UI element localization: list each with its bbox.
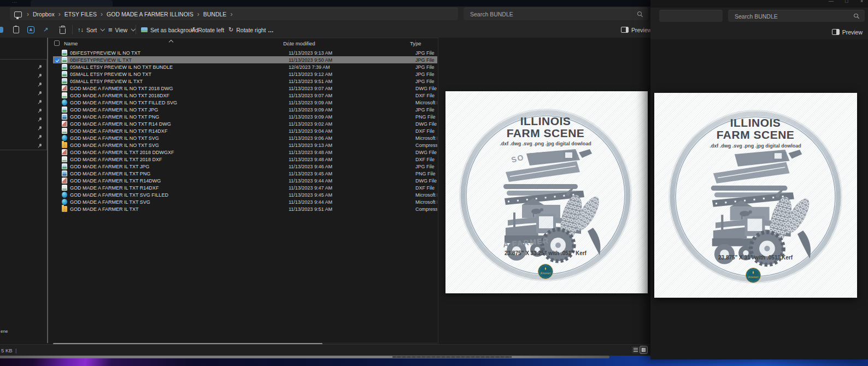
column-divider[interactable] <box>289 40 289 46</box>
background-text-fragment: ene <box>1 329 8 334</box>
file-date: 11/13/2023 9:51 AM <box>289 79 415 84</box>
breadcrumb[interactable]: › Dropbox › ETSY FILES › GOD MADE A FARM… <box>10 8 458 20</box>
large-icons-view-button[interactable] <box>640 346 647 353</box>
second-window-address-bar <box>650 8 868 24</box>
file-type: JPG File <box>415 164 437 169</box>
table-row[interactable]: 0BIFESTYPREVIEW IL TXT 11/13/2023 9:50 A… <box>53 56 437 63</box>
file-name: GOD MADE A FARMER IL TXT <box>70 206 289 212</box>
file-name: 0BIFESTYPREVIEW IL TXT <box>70 57 289 63</box>
file-type: DXF File <box>415 185 437 191</box>
column-header-type[interactable]: Type <box>410 40 437 46</box>
table-row[interactable]: 0SMALL ETSY PREVIEW IL NO TXT 11/13/2023… <box>53 70 437 78</box>
status-bar: 5 KB | <box>0 344 650 356</box>
close-button[interactable]: × <box>860 0 863 4</box>
file-date: 11/13/2023 9:44 AM <box>289 178 415 184</box>
preview-pane: ILLINOIS FARM SCENE .dxf .dwg .svg .png … <box>438 38 650 344</box>
rotate-right-icon: ↻ <box>228 27 233 33</box>
breadcrumb-item-etsy-files[interactable]: ETSY FILES <box>64 11 97 17</box>
file-type: JPG File <box>415 79 437 84</box>
file-icon <box>62 156 67 162</box>
file-date: 11/13/2023 9:07 AM <box>289 86 415 91</box>
paste-button[interactable] <box>13 22 19 38</box>
second-window-search-box[interactable] <box>728 10 865 22</box>
nav-pane-scrollbar[interactable] <box>47 38 48 343</box>
file-type: DWG File <box>415 121 437 127</box>
view-button[interactable]: ≡ View <box>108 22 135 38</box>
file-name: GOD MADE A FARMER IL NO TXT PNG <box>70 114 289 120</box>
table-row[interactable]: GOD MADE A FARMER IL TXT SVG 11/13/2023 … <box>53 198 437 205</box>
table-row[interactable]: 0SMALL ETSY PREVIEW IL TXT 11/13/2023 9:… <box>53 78 437 85</box>
status-size-fragment: 5 KB | <box>1 347 16 353</box>
table-row[interactable]: GOD MADE A FARMER IL TXT 2018 DXF 11/13/… <box>53 156 437 163</box>
table-row[interactable]: GOD MADE A FARMER IL NO TXT JPG 11/13/20… <box>53 106 437 113</box>
more-options-button[interactable]: … <box>268 22 274 38</box>
second-window-search-input[interactable] <box>734 13 854 20</box>
table-row[interactable]: GOD MADE A FARMER IL NO TXT 2018 DWG 11/… <box>53 85 437 92</box>
details-view-icon <box>634 348 638 352</box>
table-row[interactable]: GOD MADE A FARMER IL TXT JPG 11/13/2023 … <box>53 163 437 170</box>
file-type: DXF File <box>415 93 437 98</box>
maximize-button[interactable]: □ <box>845 0 848 4</box>
column-divider[interactable] <box>415 40 416 46</box>
preview-toggle[interactable]: Preview <box>621 22 652 38</box>
table-row[interactable]: 0BIFESTYPREVIEW IL NO TXT 11/13/2023 9:1… <box>53 49 437 56</box>
table-row[interactable]: GOD MADE A FARMER IL NO TXT FILLED SVG 1… <box>53 99 437 106</box>
file-type: Microsoft E <box>415 100 437 105</box>
rotate-right-button[interactable]: ↻ Rotate right <box>228 22 266 38</box>
table-row[interactable]: GOD MADE A FARMER IL NO TXT PNG 11/13/20… <box>53 113 437 120</box>
file-type: PNG File <box>415 114 437 120</box>
column-header-name[interactable]: Name <box>64 40 283 46</box>
chevron-down-icon <box>101 27 105 31</box>
active-tab[interactable] <box>31 0 113 7</box>
set-as-background-button[interactable]: Set as background <box>141 22 198 38</box>
file-name: GOD MADE A FARMER IL NO TXT JPG <box>70 107 289 113</box>
pin-icon <box>38 144 42 149</box>
this-pc-icon <box>14 11 22 17</box>
minimize-button[interactable]: — <box>829 0 834 4</box>
file-icon <box>62 135 67 141</box>
column-header-date-modified[interactable]: Date modified <box>283 40 410 46</box>
table-row[interactable]: GOD MADE A FARMER IL TXT SVG FILLED 11/1… <box>53 191 437 198</box>
rename-button[interactable]: A <box>27 22 34 38</box>
search-box[interactable] <box>464 8 648 20</box>
table-row[interactable]: GOD MADE A FARMER IL TXT R14DXF 11/13/20… <box>53 184 437 191</box>
file-type: Microsoft E <box>415 192 437 198</box>
copy-icon[interactable] <box>0 27 3 33</box>
search-input[interactable] <box>469 10 637 18</box>
table-row[interactable]: GOD MADE A FARMER IL TXT PNG 11/13/2023 … <box>53 170 437 177</box>
second-window-breadcrumb[interactable] <box>659 10 723 22</box>
file-list-body: 0BIFESTYPREVIEW IL NO TXT 11/13/2023 9:1… <box>53 49 437 212</box>
second-window-preview-toggle[interactable]: Preview <box>832 24 863 40</box>
details-view-button[interactable] <box>632 346 639 353</box>
table-row[interactable]: GOD MADE A FARMER IL TXT 11/13/2023 9:51… <box>53 205 437 212</box>
select-all-checkbox[interactable] <box>54 40 60 46</box>
file-icon <box>62 128 67 134</box>
farm-art-graphic <box>711 150 814 265</box>
breadcrumb-item-bundle[interactable]: BUNDLE <box>203 11 227 17</box>
file-type: DWG File <box>415 150 437 155</box>
table-row[interactable]: GOD MADE A FARMER IL NO TXT 2018DXF 11/1… <box>53 92 437 99</box>
table-row[interactable]: GOD MADE A FARMER IL NO TXT SVG 11/13/20… <box>53 134 437 141</box>
table-row[interactable]: GOD MADE A FARMER IL NO TXT SVG 11/13/20… <box>53 141 437 149</box>
table-row[interactable]: GOD MADE A FARMER IL NO TXT R14DXF 11/13… <box>53 127 437 134</box>
table-row[interactable]: 0SMALL ETSY PREVIEW IL NO TXT BUNDLE 12/… <box>53 63 437 70</box>
file-type: JPG File <box>415 72 437 77</box>
sort-button[interactable]: ↑↓ Sort <box>78 22 104 38</box>
breadcrumb-chevron-icon: › <box>58 11 61 17</box>
table-row[interactable]: GOD MADE A FARMER IL TXT 2018 DDWGXF 11/… <box>53 149 437 156</box>
file-type: JPG File <box>415 57 437 63</box>
breadcrumb-item-dropbox[interactable]: Dropbox <box>33 11 55 17</box>
row-checkbox[interactable] <box>54 57 60 63</box>
paste-icon <box>13 26 19 33</box>
rotate-left-button[interactable]: ↺ Rotate left <box>190 22 224 38</box>
toolbar-divider <box>72 25 73 34</box>
delete-button[interactable] <box>60 22 66 38</box>
farm-scene-design: ILLINOIS FARM SCENE .dxf .dwg .svg .png … <box>654 93 857 298</box>
preview-pane-icon <box>832 29 840 35</box>
maker-logo: Kmenet <box>538 264 553 279</box>
table-row[interactable]: GOD MADE A FARMER IL TXT R14DWG 11/13/20… <box>53 177 437 184</box>
file-name: GOD MADE A FARMER IL NO TXT FILLED SVG <box>70 100 289 105</box>
breadcrumb-item-god-made-a-farmer-illinois[interactable]: GOD MADE A FARMER ILLINOIS <box>107 11 193 17</box>
table-row[interactable]: GOD MADE A FARMER IL NO TXT R14 DWG 11/1… <box>53 120 437 127</box>
share-button[interactable]: ↗ <box>43 22 48 38</box>
